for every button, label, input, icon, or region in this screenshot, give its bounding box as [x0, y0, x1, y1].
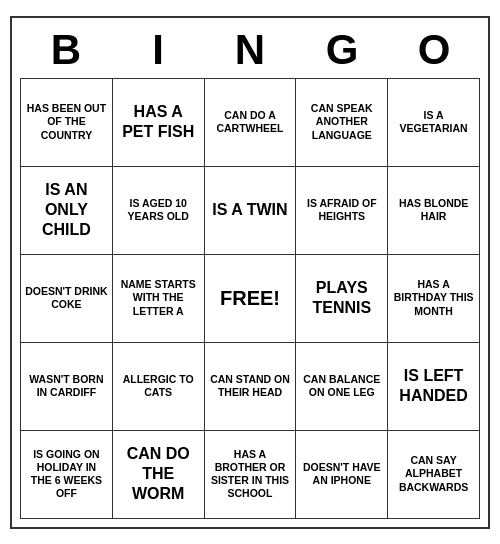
bingo-cell-8[interactable]: IS AFRAID OF HEIGHTS [296, 167, 388, 255]
bingo-grid: HAS BEEN OUT OF THE COUNTRYHAS A PET FIS… [20, 78, 480, 519]
bingo-cell-17[interactable]: CAN STAND ON THEIR HEAD [205, 343, 297, 431]
bingo-cell-14[interactable]: HAS A BIRTHDAY THIS MONTH [388, 255, 480, 343]
bingo-letter-B: B [22, 26, 110, 74]
bingo-cell-22[interactable]: HAS A BROTHER OR SISTER IN THIS SCHOOL [205, 431, 297, 519]
bingo-cell-10[interactable]: DOESN'T DRINK COKE [21, 255, 113, 343]
bingo-cell-2[interactable]: CAN DO A CARTWHEEL [205, 79, 297, 167]
bingo-cell-16[interactable]: ALLERGIC TO CATS [113, 343, 205, 431]
bingo-cell-20[interactable]: IS GOING ON HOLIDAY IN THE 6 WEEKS OFF [21, 431, 113, 519]
bingo-cell-9[interactable]: HAS BLONDE HAIR [388, 167, 480, 255]
bingo-letter-N: N [206, 26, 294, 74]
bingo-cell-19[interactable]: IS LEFT HANDED [388, 343, 480, 431]
bingo-letter-I: I [114, 26, 202, 74]
bingo-cell-21[interactable]: CAN DO THE WORM [113, 431, 205, 519]
bingo-cell-11[interactable]: NAME STARTS WITH THE LETTER A [113, 255, 205, 343]
bingo-cell-5[interactable]: IS AN ONLY CHILD [21, 167, 113, 255]
bingo-cell-15[interactable]: WASN'T BORN IN CARDIFF [21, 343, 113, 431]
bingo-cell-13[interactable]: PLAYS TENNIS [296, 255, 388, 343]
bingo-cell-6[interactable]: IS AGED 10 YEARS OLD [113, 167, 205, 255]
bingo-cell-23[interactable]: DOESN'T HAVE AN IPHONE [296, 431, 388, 519]
bingo-cell-3[interactable]: CAN SPEAK ANOTHER LANGUAGE [296, 79, 388, 167]
bingo-cell-7[interactable]: IS A TWIN [205, 167, 297, 255]
bingo-cell-4[interactable]: IS A VEGETARIAN [388, 79, 480, 167]
bingo-cell-1[interactable]: HAS A PET FISH [113, 79, 205, 167]
bingo-card: BINGO HAS BEEN OUT OF THE COUNTRYHAS A P… [10, 16, 490, 529]
bingo-letter-O: O [390, 26, 478, 74]
bingo-cell-24[interactable]: CAN SAY ALPHABET BACKWARDS [388, 431, 480, 519]
bingo-letter-G: G [298, 26, 386, 74]
bingo-cell-0[interactable]: HAS BEEN OUT OF THE COUNTRY [21, 79, 113, 167]
bingo-title: BINGO [20, 26, 480, 74]
bingo-cell-18[interactable]: CAN BALANCE ON ONE LEG [296, 343, 388, 431]
free-space-cell[interactable]: Free! [205, 255, 297, 343]
